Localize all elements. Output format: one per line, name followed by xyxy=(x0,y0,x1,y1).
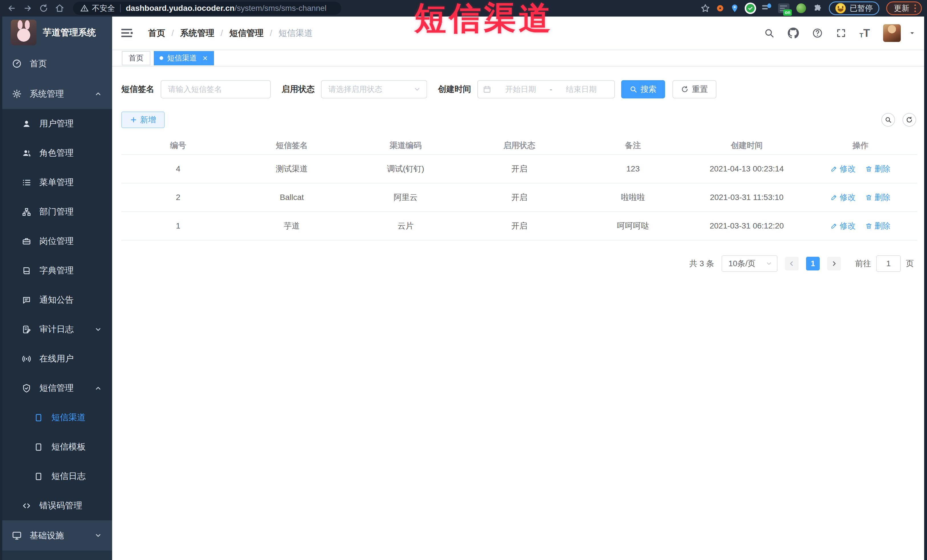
profile-paused-badge[interactable]: 已暂停 xyxy=(829,2,879,15)
sidebar-item-label: 字典管理 xyxy=(40,265,74,276)
online-signal-icon xyxy=(22,354,31,364)
pagination: 共 3 条 10条/页 1 前往 xyxy=(121,255,917,272)
create-time-label: 创建时间 xyxy=(438,83,471,95)
sidebar-item-menus[interactable]: 菜单管理 xyxy=(0,168,112,197)
sidebar-item-label: 系统管理 xyxy=(30,88,64,100)
browser-back-button[interactable] xyxy=(5,2,18,15)
sidebar-item-roles[interactable]: 角色管理 xyxy=(0,138,112,168)
window-left-edge xyxy=(0,17,2,560)
breadcrumb: 首页 / 系统管理 / 短信管理 / 短信渠道 xyxy=(148,27,313,39)
status-select[interactable]: 请选择启用状态 xyxy=(321,80,427,99)
sidebar-item-infrastructure[interactable]: 基础设施 xyxy=(0,521,112,551)
security-warning-icon[interactable] xyxy=(81,4,88,12)
address-bar[interactable]: 不安全 dashboard.yudao.iocoder.cn /system/s… xyxy=(73,2,341,15)
extensions-puzzle-icon[interactable] xyxy=(813,4,822,13)
breadcrumb-item[interactable]: 首页 xyxy=(148,27,165,39)
profile-emoji-avatar xyxy=(836,3,846,14)
font-size-icon[interactable]: TT xyxy=(859,28,870,38)
sidebar-item-sms-log[interactable]: 短信日志 xyxy=(0,461,112,491)
add-button[interactable]: 新增 xyxy=(121,112,165,128)
browser-update-button[interactable]: 更新 xyxy=(886,2,922,15)
delete-link[interactable]: 删除 xyxy=(865,220,891,231)
close-icon[interactable] xyxy=(202,55,208,61)
sidebar-item-sms-channel[interactable]: 短信渠道 xyxy=(0,403,112,432)
sidebar-logo[interactable]: 芋道管理系统 xyxy=(0,17,112,49)
sidebar-item-label: 短信管理 xyxy=(40,382,74,394)
plus-icon xyxy=(130,116,137,123)
extension-green-check-icon[interactable] xyxy=(746,4,755,12)
sidebar-item-sms-template[interactable]: 短信模板 xyxy=(0,432,112,461)
browser-menu-dots-icon[interactable] xyxy=(914,4,916,12)
start-date-placeholder[interactable]: 开始日期 xyxy=(493,84,549,94)
browser-toolbar: 不安全 dashboard.yudao.iocoder.cn /system/s… xyxy=(0,0,927,17)
extension-sliders-icon[interactable] xyxy=(761,3,771,13)
delete-link[interactable]: 删除 xyxy=(865,164,891,174)
sidebar-item-departments[interactable]: 部门管理 xyxy=(0,197,112,226)
search-button-label: 搜索 xyxy=(641,84,656,95)
org-tree-icon xyxy=(22,207,31,217)
github-icon[interactable] xyxy=(787,27,799,39)
search-icon[interactable] xyxy=(764,28,774,38)
window-scrollbar-edge[interactable] xyxy=(924,17,927,560)
sms-channel-table: 编号 短信签名 渠道编码 启用状态 备注 创建时间 操作 4 测试渠道 调试(钉… xyxy=(121,137,917,240)
sidebar-item-sms[interactable]: 短信管理 xyxy=(0,373,112,403)
page-number-active[interactable]: 1 xyxy=(806,257,820,270)
column-header: 备注 xyxy=(576,140,690,151)
avatar[interactable] xyxy=(883,24,901,42)
sidebar-item-online-users[interactable]: 在线用户 xyxy=(0,344,112,373)
cell-code: 阿里云 xyxy=(349,192,462,203)
url-path[interactable]: /system/sms/sms-channel xyxy=(234,4,327,13)
breadcrumb-item[interactable]: 短信管理 xyxy=(229,27,264,39)
sidebar-toggle-hamburger-icon[interactable] xyxy=(121,28,133,38)
search-button[interactable]: 搜索 xyxy=(621,80,665,99)
refresh-table-button[interactable] xyxy=(903,113,916,127)
breadcrumb-item[interactable]: 系统管理 xyxy=(180,27,214,39)
logo-image xyxy=(11,20,36,46)
tag-sms-channel-active[interactable]: 短信渠道 xyxy=(154,51,214,65)
sign-input[interactable] xyxy=(161,80,271,99)
url-host[interactable]: dashboard.yudao.iocoder.cn xyxy=(126,4,234,13)
extension-orange-ring-icon[interactable] xyxy=(717,5,723,11)
delete-link-label: 删除 xyxy=(874,220,891,231)
help-icon[interactable] xyxy=(812,28,823,38)
sidebar-item-users[interactable]: 用户管理 xyxy=(0,109,112,138)
cell-code: 云片 xyxy=(349,220,462,231)
end-date-placeholder[interactable]: 结束日期 xyxy=(553,84,609,94)
sidebar-item-system[interactable]: 系统管理 xyxy=(0,79,112,109)
reset-button[interactable]: 重置 xyxy=(673,80,716,99)
edit-link[interactable]: 修改 xyxy=(831,220,856,231)
prev-page-button[interactable] xyxy=(785,257,799,270)
avatar-caret-down-icon[interactable] xyxy=(909,30,916,36)
goto-page-input[interactable] xyxy=(876,255,901,272)
browser-home-button[interactable] xyxy=(53,2,66,15)
sidebar-item-audit-log[interactable]: 审计日志 xyxy=(0,315,112,344)
fullscreen-icon[interactable] xyxy=(836,28,846,38)
sidebar-item-dict[interactable]: 字典管理 xyxy=(0,256,112,285)
delete-link[interactable]: 删除 xyxy=(865,192,891,203)
page-unit-label: 页 xyxy=(906,258,914,269)
edit-link[interactable]: 修改 xyxy=(831,192,856,203)
page-size-select[interactable]: 10条/页 xyxy=(722,255,778,272)
cell-status: 开启 xyxy=(462,192,576,203)
next-page-button[interactable] xyxy=(827,257,841,270)
sidebar-item-notice[interactable]: 通知公告 xyxy=(0,285,112,315)
extension-green-blob-icon[interactable] xyxy=(796,3,806,13)
extension-on-badge: on xyxy=(783,9,792,16)
sidebar-item-posts[interactable]: 岗位管理 xyxy=(0,226,112,256)
browser-reload-button[interactable] xyxy=(37,2,50,15)
breadcrumb-item-current: 短信渠道 xyxy=(278,27,313,39)
edit-link[interactable]: 修改 xyxy=(831,164,856,174)
browser-forward-button[interactable] xyxy=(21,2,34,15)
security-label[interactable]: 不安全 xyxy=(92,3,115,14)
sidebar-item-home[interactable]: 首页 xyxy=(0,49,112,79)
sidebar-item-error-code[interactable]: 错误码管理 xyxy=(0,491,112,521)
date-range-picker[interactable]: 开始日期 - 结束日期 xyxy=(477,80,615,99)
toggle-search-button[interactable] xyxy=(881,113,895,127)
bookmark-star-icon[interactable] xyxy=(701,3,710,13)
tag-label: 短信渠道 xyxy=(167,53,197,63)
extension-dark-panel-icon[interactable]: on xyxy=(778,3,789,13)
extension-blue-pin-icon[interactable] xyxy=(730,4,739,13)
tag-home[interactable]: 首页 xyxy=(122,51,150,65)
sidebar-item-label: 基础设施 xyxy=(30,530,64,542)
sidebar-item-label: 审计日志 xyxy=(40,323,74,335)
